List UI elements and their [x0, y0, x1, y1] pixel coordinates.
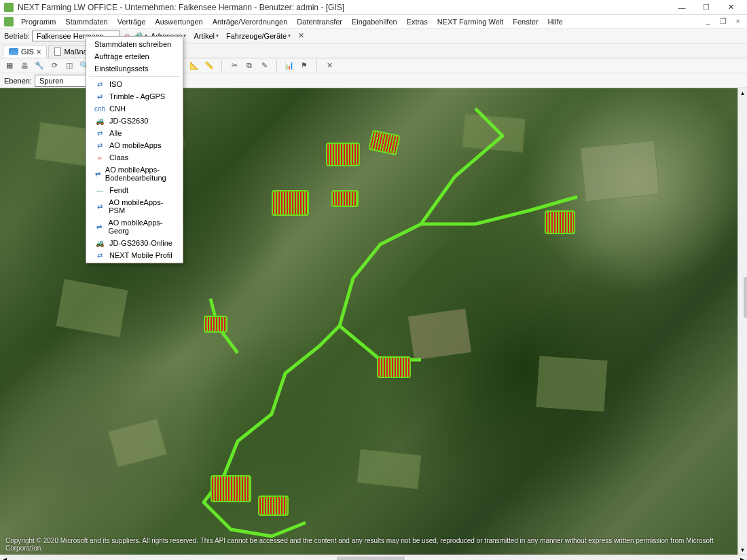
menu-antraege[interactable]: Anträge/Verordnungen — [208, 16, 293, 27]
dm-stammdaten-schreiben[interactable]: Stammdaten schreiben — [86, 38, 183, 50]
split-icon[interactable]: ✂ — [229, 60, 240, 71]
mdi-minimize-button[interactable]: _ — [703, 17, 712, 26]
dm-cnh[interactable]: cnhCNH — [86, 102, 183, 115]
wrench-icon[interactable]: 🔧 — [34, 60, 45, 71]
worked-field-overlay — [326, 143, 360, 166]
gis-wave-icon — [9, 48, 18, 55]
merge-icon[interactable]: ⧉ — [244, 60, 255, 71]
field-patch — [462, 113, 526, 153]
device-icon: ⇄ — [94, 129, 105, 137]
claas-icon: ≈ — [94, 153, 105, 162]
scroll-left-icon[interactable]: ◀ — [0, 555, 10, 561]
app-icon — [4, 3, 14, 12]
menu-extras[interactable]: Extras — [402, 16, 433, 27]
mdi-window-controls: _ ❐ × — [703, 17, 743, 26]
vertical-scrollbar[interactable]: ▲ ▼ — [737, 88, 747, 555]
device-icon: ⇄ — [94, 202, 105, 210]
fahrzeuge-link[interactable]: Fahrzeuge/Geräte▾ — [223, 31, 293, 41]
worked-field-overlay — [545, 210, 575, 234]
menu-datentransfer[interactable]: Datentransfer — [292, 16, 347, 27]
measure-icon[interactable]: 📐 — [189, 60, 200, 71]
dropdown-separator — [89, 76, 180, 77]
scroll-down-icon[interactable]: ▼ — [738, 545, 748, 555]
menu-stammdaten[interactable]: Stammdaten — [60, 16, 112, 27]
app-menu-icon[interactable] — [4, 17, 14, 26]
dm-iso[interactable]: ⇄ISO — [86, 78, 183, 90]
tractor-dropdown-menu: Stammdaten schreiben Aufträge erteilen E… — [86, 36, 183, 263]
dm-trimble[interactable]: ⇄Trimble - AgGPS — [86, 90, 183, 102]
toolbar-close-icon[interactable]: ✕ — [295, 31, 306, 41]
ebenen-label: Ebenen: — [4, 77, 32, 85]
layers-icon[interactable]: ◫ — [64, 60, 75, 71]
artikel-link[interactable]: Artikel▾ — [191, 31, 221, 41]
tractor-icon: 🚜 — [94, 239, 105, 247]
field-patch — [408, 308, 471, 360]
device-icon: ⇄ — [94, 251, 105, 259]
device-icon: ⇄ — [94, 80, 105, 88]
toolbar-sep-5 — [316, 60, 317, 71]
chart-icon[interactable]: 📊 — [284, 60, 295, 71]
field-patch — [536, 356, 608, 412]
scroll-track-h[interactable] — [10, 556, 737, 561]
betrieb-label: Betrieb: — [4, 32, 30, 40]
window-titlebar: NEXT Farming LW OFFICE - Unternehmen: Fa… — [0, 0, 747, 15]
fendt-icon: — — [94, 186, 105, 194]
flag-icon[interactable]: ⚑ — [299, 60, 310, 71]
dm-einstellungssets[interactable]: Einstellungssets — [86, 62, 183, 75]
worked-field-overlay — [204, 316, 227, 333]
menu-eingabehilfen[interactable]: Eingabehilfen — [347, 16, 402, 27]
clear-icon[interactable]: ✕ — [324, 60, 335, 71]
tab-gis-label: GIS — [21, 48, 34, 56]
device-icon: ⇄ — [94, 92, 105, 100]
window-minimize-button[interactable]: — — [670, 1, 694, 14]
worked-field-overlay — [258, 496, 289, 516]
dm-ao-mobileapps[interactable]: ⇄AO mobileApps — [86, 139, 183, 151]
worked-field-overlay — [331, 190, 359, 207]
dm-fendt[interactable]: —Fendt — [86, 184, 183, 196]
tab-gis[interactable]: GIS × — [3, 45, 47, 58]
edit-icon[interactable]: ✎ — [259, 60, 270, 71]
menu-fenster[interactable]: Fenster — [508, 16, 543, 27]
horizontal-scrollbar[interactable]: ◀ ▶ — [0, 555, 747, 560]
field-patch — [580, 141, 660, 202]
mdi-close-button[interactable]: × — [733, 17, 743, 26]
menu-hilfe[interactable]: Hilfe — [543, 16, 568, 27]
doc-icon — [54, 48, 61, 56]
tab-gis-close-icon[interactable]: × — [37, 48, 41, 56]
scroll-right-icon[interactable]: ▶ — [737, 555, 747, 561]
dm-ao-georg[interactable]: ⇄AO mobileApps-Georg — [86, 217, 183, 237]
ruler-icon[interactable]: 📏 — [204, 60, 215, 71]
worked-field-overlay — [211, 475, 251, 502]
toolbar-sep-4 — [276, 60, 277, 71]
menu-next-farming-welt[interactable]: NEXT Farming Welt — [433, 16, 508, 27]
map-copyright: Copyright © 2020 Microsoft and its suppl… — [5, 537, 747, 552]
dm-jd-gs2630[interactable]: 🚜JD-GS2630 — [86, 115, 183, 127]
device-icon: ⇄ — [94, 170, 101, 178]
scroll-up-icon[interactable]: ▲ — [738, 88, 748, 98]
dm-ao-psm[interactable]: ⇄AO mobileApps-PSM — [86, 196, 183, 217]
dm-ao-boden[interactable]: ⇄AO mobileApps-Bodenbearbeitung — [86, 164, 183, 184]
device-icon: ⇄ — [94, 141, 105, 149]
dm-jd-online[interactable]: 🚜JD-GS2630-Online — [86, 237, 183, 249]
menu-auswertungen[interactable]: Auswertungen — [150, 16, 207, 27]
dm-auftraege-erteilen[interactable]: Aufträge erteilen — [86, 50, 183, 62]
dm-alle[interactable]: ⇄Alle — [86, 127, 183, 139]
window-close-button[interactable]: ✕ — [718, 1, 743, 14]
print-icon[interactable]: 🖶 — [19, 60, 30, 71]
scroll-thumb-h[interactable] — [337, 557, 405, 561]
main-menubar: Programm Stammdaten Verträge Auswertunge… — [0, 15, 747, 29]
scroll-thumb[interactable] — [744, 277, 748, 318]
menu-programm[interactable]: Programm — [16, 16, 60, 27]
field-patch — [357, 449, 422, 489]
refresh-icon[interactable]: ⟳ — [49, 60, 60, 71]
window-maximize-button[interactable]: ☐ — [694, 1, 718, 14]
window-title: NEXT Farming LW OFFICE - Unternehmen: Fa… — [18, 3, 670, 12]
mdi-restore-button[interactable]: ❐ — [717, 17, 729, 26]
toolbar-sep-3 — [221, 60, 222, 71]
menu-vertraege[interactable]: Verträge — [113, 16, 151, 27]
dm-next-mobile[interactable]: ⇄NEXT Mobile Profil — [86, 249, 183, 261]
tractor-icon: 🚜 — [94, 117, 105, 125]
grid-icon[interactable]: ▦ — [4, 60, 15, 71]
dm-claas[interactable]: ≈Claas — [86, 151, 183, 164]
device-icon: cnh — [94, 105, 105, 113]
